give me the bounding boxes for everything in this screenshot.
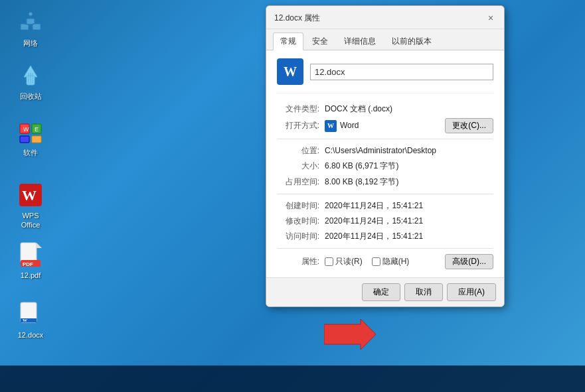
accessed-label: 访问时间: bbox=[277, 230, 325, 243]
desktop-icon-wps[interactable]: W WPS Office bbox=[9, 179, 52, 233]
svg-line-3 bbox=[25, 24, 31, 25]
size-value: 6.80 KB (6,971 字节) bbox=[325, 160, 398, 172]
file-type-row: 文件类型: DOCX 文档 (.docx) bbox=[277, 103, 493, 115]
svg-rect-15 bbox=[32, 136, 41, 143]
open-with-row: 打开方式: W Word 更改(C)... bbox=[277, 118, 493, 133]
recycle-icon bbox=[17, 62, 44, 89]
readonly-checkbox[interactable] bbox=[325, 257, 333, 266]
separator-2 bbox=[277, 194, 493, 194]
dialog-titlebar: 12.docx 属性 × bbox=[266, 6, 504, 29]
tab-bar: 常规 安全 详细信息 以前的版本 bbox=[266, 29, 504, 50]
svg-text:W: W bbox=[23, 318, 27, 323]
separator-1 bbox=[277, 139, 493, 139]
advanced-button[interactable]: 高级(D)... bbox=[445, 254, 493, 269]
created-label: 创建时间: bbox=[277, 200, 325, 212]
disk-size-value: 8.00 KB (8,192 字节) bbox=[325, 176, 398, 188]
location-row: 位置: C:\Users\Administrator\Desktop bbox=[277, 145, 493, 157]
checkbox-group: 只读(R) 隐藏(H) 高级(D)... bbox=[325, 254, 493, 269]
desktop-icon-network[interactable]: 网络 bbox=[9, 7, 52, 50]
taskbar bbox=[0, 365, 585, 392]
tab-general[interactable]: 常规 bbox=[273, 33, 303, 50]
dialog-body: W 文件类型: DOCX 文档 (.docx) 打开方式: W Word 更改(… bbox=[266, 50, 504, 277]
svg-marker-21 bbox=[37, 243, 42, 248]
docx-label: 12.docx bbox=[18, 330, 44, 340]
file-type-value: DOCX 文档 (.docx) bbox=[325, 103, 392, 115]
pdf-icon: PDF bbox=[17, 241, 44, 268]
hidden-checkbox-label[interactable]: 隐藏(H) bbox=[372, 256, 410, 267]
hidden-label: 隐藏(H) bbox=[382, 256, 410, 267]
desktop-icon-pdf[interactable]: PDF 12.pdf bbox=[9, 239, 52, 283]
docx-icon: W bbox=[17, 301, 44, 328]
svg-text:W: W bbox=[23, 126, 29, 133]
recycle-label: 回收站 bbox=[20, 92, 42, 101]
created-value: 2020年11月24日，15:41:21 bbox=[325, 200, 423, 212]
readonly-label: 只读(R) bbox=[335, 256, 363, 267]
accessed-value: 2020年11月24日，15:41:21 bbox=[325, 230, 423, 243]
cancel-button[interactable]: 取消 bbox=[404, 283, 443, 301]
software-label: 软件 bbox=[23, 148, 38, 157]
svg-rect-14 bbox=[20, 136, 29, 143]
open-with-label: 打开方式: bbox=[277, 119, 325, 132]
file-header: W bbox=[277, 58, 493, 94]
tab-security[interactable]: 安全 bbox=[305, 33, 335, 50]
attributes-row: 属性: 只读(R) 隐藏(H) 高级(D)... bbox=[277, 254, 493, 269]
svg-text:W: W bbox=[22, 187, 37, 204]
disk-size-label: 占用空间: bbox=[277, 176, 325, 188]
pdf-label: 12.pdf bbox=[21, 271, 41, 280]
hidden-checkbox[interactable] bbox=[372, 257, 380, 266]
readonly-checkbox-label[interactable]: 只读(R) bbox=[325, 256, 363, 267]
open-with-app: Word bbox=[340, 119, 359, 132]
apply-button[interactable]: 应用(A) bbox=[447, 283, 496, 301]
svg-point-6 bbox=[29, 12, 33, 16]
file-icon: W bbox=[277, 58, 303, 85]
separator-3 bbox=[277, 248, 493, 249]
desktop: 网络 回收站 W E 软件 bbox=[0, 0, 585, 392]
modified-value: 2020年11月24日，15:41:21 bbox=[325, 215, 423, 228]
size-label: 大小: bbox=[277, 160, 325, 172]
created-row: 创建时间: 2020年11月24日，15:41:21 bbox=[277, 200, 493, 212]
svg-text:E: E bbox=[35, 126, 39, 133]
accessed-row: 访问时间: 2020年11月24日，15:41:21 bbox=[277, 230, 493, 243]
modified-row: 修改时间: 2020年11月24日，15:41:21 bbox=[277, 215, 493, 228]
word-mini-icon: W bbox=[325, 120, 337, 132]
tab-detail[interactable]: 详细信息 bbox=[337, 33, 383, 50]
size-row: 大小: 6.80 KB (6,971 字节) bbox=[277, 160, 493, 172]
desktop-icon-software[interactable]: W E 软件 bbox=[9, 116, 52, 160]
wps-icon: W bbox=[17, 182, 44, 208]
svg-rect-2 bbox=[33, 24, 41, 30]
dialog-footer: 确定 取消 应用(A) bbox=[266, 277, 504, 306]
properties-dialog: 12.docx 属性 × 常规 安全 详细信息 以前的版本 W 文件类型: DO… bbox=[266, 5, 505, 307]
desktop-icon-recycle[interactable]: 回收站 bbox=[9, 60, 52, 103]
attr-label: 属性: bbox=[277, 256, 325, 267]
red-arrow bbox=[324, 318, 377, 351]
network-icon bbox=[17, 9, 44, 36]
location-label: 位置: bbox=[277, 145, 325, 157]
wps-label: WPS Office bbox=[12, 211, 49, 230]
location-value: C:\Users\Administrator\Desktop bbox=[325, 145, 436, 157]
network-label: 网络 bbox=[23, 38, 38, 48]
modified-label: 修改时间: bbox=[277, 215, 325, 228]
tab-prevver[interactable]: 以前的版本 bbox=[384, 33, 439, 50]
close-button[interactable]: × bbox=[484, 11, 497, 25]
svg-text:PDF: PDF bbox=[23, 261, 33, 267]
change-button[interactable]: 更改(C)... bbox=[445, 118, 493, 133]
svg-line-4 bbox=[31, 24, 35, 25]
ok-button[interactable]: 确定 bbox=[362, 283, 400, 301]
file-type-label: 文件类型: bbox=[277, 103, 325, 115]
software-icon: W E bbox=[17, 119, 44, 145]
file-name-input[interactable] bbox=[310, 64, 493, 80]
svg-rect-20 bbox=[21, 243, 37, 263]
svg-marker-27 bbox=[324, 319, 376, 350]
disk-size-row: 占用空间: 8.00 KB (8,192 字节) bbox=[277, 176, 493, 188]
desktop-icon-docx[interactable]: W 12.docx bbox=[9, 298, 52, 342]
dialog-title: 12.docx 属性 bbox=[274, 13, 320, 24]
